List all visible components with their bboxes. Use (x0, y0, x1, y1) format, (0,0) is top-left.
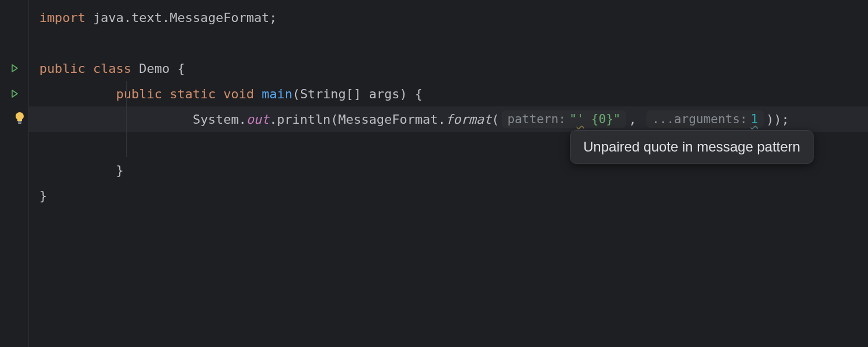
inspection-tooltip[interactable]: Unpaired quote in message pattern (570, 130, 814, 164)
gutter-row (0, 183, 28, 208)
run-gutter-icon[interactable] (0, 56, 28, 81)
inlay-hint-label: ...arguments: (652, 112, 747, 126)
keyword-public: public (39, 61, 85, 76)
code-line[interactable]: import java.text.MessageFormat; (29, 5, 868, 30)
keyword-public: public (116, 87, 161, 101)
space (85, 61, 93, 76)
indent (39, 163, 116, 178)
space (216, 87, 223, 101)
run-icon (10, 89, 19, 98)
code-editor[interactable]: import java.text.MessageFormat; public c… (0, 0, 868, 347)
inlay-hint-arguments[interactable]: ...arguments:1 (646, 110, 764, 128)
number-literal: 1 (751, 112, 758, 126)
string-literal: " (569, 112, 577, 126)
inlay-hint-pattern[interactable]: pattern:"' {0}" (502, 110, 627, 128)
close-parens: )); (766, 112, 789, 127)
comma: , (628, 112, 644, 127)
brace: } (116, 163, 123, 178)
code-text: java.text.MessageFormat; (85, 10, 277, 25)
code-line[interactable]: public class Demo { (29, 56, 868, 81)
indent-guide (126, 132, 127, 157)
brace: } (39, 189, 47, 203)
indent-guide (126, 106, 127, 132)
space (254, 87, 262, 101)
code-area[interactable]: import java.text.MessageFormat; public c… (29, 0, 868, 347)
method-main: main (262, 87, 292, 101)
inlay-hint-value: 1 (751, 112, 758, 126)
code-text: .println(MessageFormat. (269, 112, 446, 127)
indent-guide (126, 81, 127, 106)
code-line-current[interactable]: System.out.println(MessageFormat.format(… (29, 106, 868, 132)
indent (39, 87, 116, 101)
indent (39, 112, 193, 127)
keyword-class: class (93, 61, 131, 76)
static-method-format: format (446, 112, 491, 127)
gutter (0, 0, 29, 347)
code-text: System. (193, 112, 247, 127)
space (162, 87, 170, 101)
code-line[interactable]: } (29, 183, 868, 208)
run-icon (10, 64, 19, 73)
inlay-hint-label: pattern: (507, 112, 566, 126)
svg-rect-0 (18, 121, 22, 123)
params: (String[] args) { (292, 87, 422, 101)
inlay-hint-value: "' {0}" (569, 112, 621, 126)
run-gutter-icon[interactable] (0, 81, 28, 106)
tooltip-text: Unpaired quote in message pattern (583, 139, 800, 154)
keyword-void: void (223, 87, 254, 101)
svg-rect-1 (18, 123, 21, 124)
static-field-out: out (247, 112, 270, 127)
gutter-row (0, 132, 28, 157)
keyword-static: static (170, 87, 215, 101)
keyword-import: import (39, 10, 85, 25)
gutter-row (0, 157, 28, 183)
string-warning: ' (577, 112, 584, 126)
lightbulb-icon (14, 112, 25, 127)
string-literal: {0}" (584, 112, 620, 126)
class-decl: Demo { (131, 61, 185, 76)
code-line[interactable] (29, 30, 868, 56)
paren: ( (492, 112, 499, 127)
gutter-row (0, 30, 28, 56)
intention-bulb[interactable] (0, 106, 28, 132)
code-line[interactable]: public static void main(String[] args) { (29, 81, 868, 106)
gutter-row (0, 5, 28, 30)
